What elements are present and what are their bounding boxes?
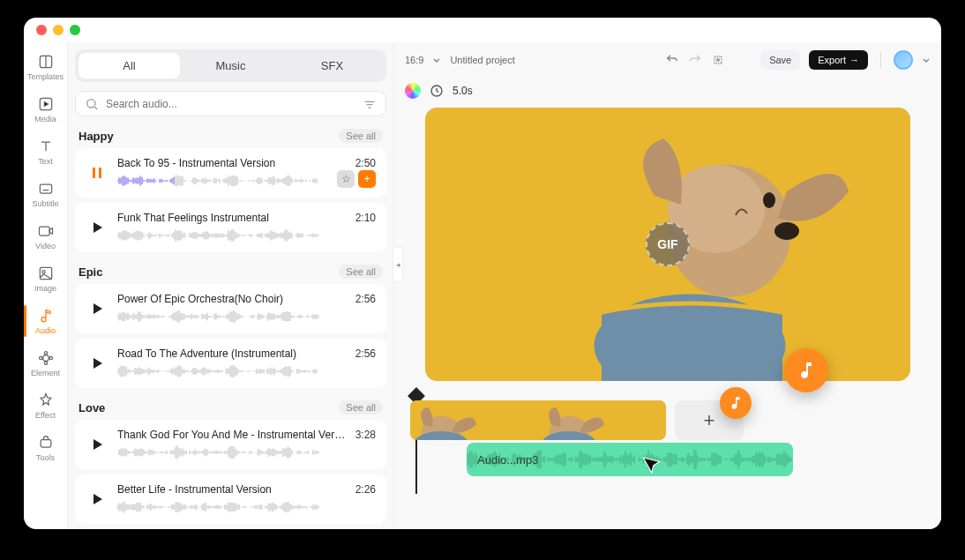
audio-track[interactable]: Thank God For You And Me - Instrumental … bbox=[75, 420, 386, 469]
search-input[interactable] bbox=[106, 98, 355, 110]
aspect-ratio[interactable]: 16:9 bbox=[405, 55, 423, 65]
svg-point-727 bbox=[763, 192, 775, 208]
svg-point-728 bbox=[774, 222, 799, 240]
svg-point-13 bbox=[49, 356, 52, 359]
play-button[interactable] bbox=[86, 352, 108, 375]
track-title: Better Life - Instrumental Version bbox=[117, 483, 272, 496]
audio-track[interactable]: Funk That Feelings Instrumental2:10 bbox=[75, 203, 386, 252]
gif-badge: GIF bbox=[646, 222, 690, 266]
track-waveform bbox=[117, 363, 376, 379]
track-duration: 2:50 bbox=[355, 157, 376, 169]
svg-point-15 bbox=[39, 356, 41, 359]
save-button[interactable]: Save bbox=[760, 50, 800, 70]
play-button[interactable] bbox=[86, 433, 108, 456]
sidebar-item-image[interactable]: Image bbox=[26, 259, 66, 298]
minimize-dot[interactable] bbox=[53, 25, 64, 35]
sidebar-item-label: Media bbox=[34, 115, 56, 123]
preview-canvas[interactable]: GIF bbox=[425, 108, 910, 381]
sidebar-item-subtitle[interactable]: Subtitle bbox=[26, 175, 66, 213]
tools-icon bbox=[37, 434, 55, 452]
audio-clip[interactable]: Audio...mp3 bbox=[467, 443, 793, 476]
collapse-panel-button[interactable]: ◂ bbox=[393, 247, 403, 282]
sidebar-item-label: Element bbox=[31, 369, 60, 377]
maximize-dot[interactable] bbox=[70, 25, 80, 35]
see-all-link[interactable]: See all bbox=[339, 265, 383, 279]
add-track-button[interactable]: + bbox=[358, 170, 376, 188]
chevron-down-icon[interactable] bbox=[922, 56, 931, 64]
sidebar-item-text[interactable]: Text bbox=[26, 132, 66, 171]
track-title: Funk That Feelings Instrumental bbox=[117, 212, 269, 224]
cursor-pointer-icon bbox=[639, 452, 666, 483]
svg-point-10 bbox=[41, 317, 46, 322]
pause-button[interactable] bbox=[86, 161, 108, 184]
svg-point-11 bbox=[42, 355, 49, 362]
audio-icon bbox=[37, 307, 55, 325]
svg-rect-22 bbox=[93, 168, 95, 178]
sidebar-item-audio[interactable]: Audio bbox=[26, 302, 66, 340]
sidebar-item-label: Audio bbox=[35, 326, 56, 335]
play-button[interactable] bbox=[86, 488, 108, 511]
export-button[interactable]: Export→ bbox=[809, 50, 868, 70]
sidebar-item-media[interactable]: Media bbox=[26, 90, 66, 129]
play-button[interactable] bbox=[86, 297, 108, 320]
filter-icon[interactable] bbox=[363, 97, 377, 111]
element-icon bbox=[37, 349, 55, 367]
track-duration: 3:28 bbox=[355, 429, 376, 441]
svg-point-14 bbox=[44, 362, 47, 364]
tab-music[interactable]: Music bbox=[180, 53, 281, 78]
sidebar-item-templates[interactable]: Templates bbox=[26, 48, 66, 86]
undo-icon[interactable] bbox=[665, 53, 679, 67]
play-button[interactable] bbox=[86, 216, 108, 239]
sidebar-item-element[interactable]: Element bbox=[26, 344, 66, 383]
tab-sfx[interactable]: SFX bbox=[281, 53, 383, 78]
track-duration: 2:10 bbox=[355, 212, 376, 224]
sidebar-item-tools[interactable]: Tools bbox=[26, 429, 66, 467]
track-duration: 2:26 bbox=[355, 483, 376, 496]
color-picker[interactable] bbox=[405, 83, 421, 99]
search-bar[interactable] bbox=[75, 91, 386, 116]
video-clip[interactable] bbox=[410, 400, 666, 440]
svg-rect-7 bbox=[39, 227, 49, 235]
audio-track[interactable]: Back To 95 - Instrumental Version2:50☆+ bbox=[75, 148, 386, 198]
tab-all[interactable]: All bbox=[79, 53, 180, 78]
favorite-icon[interactable]: ☆ bbox=[337, 170, 355, 188]
sidebar-item-label: Text bbox=[38, 157, 53, 166]
close-dot[interactable] bbox=[36, 25, 47, 35]
track-duration: 2:56 bbox=[355, 293, 376, 305]
track-waveform bbox=[117, 444, 376, 460]
audio-track[interactable]: Road To The Adventure (Instrumental)2:56 bbox=[75, 339, 386, 388]
crop-icon[interactable] bbox=[711, 53, 725, 67]
track-title: Thank God For You And Me - Instrumental … bbox=[117, 429, 348, 441]
svg-rect-714 bbox=[714, 56, 722, 63]
timeline[interactable]: + Audio...mp3 bbox=[394, 400, 941, 449]
category-title: Love bbox=[79, 401, 105, 414]
text-icon bbox=[37, 138, 55, 155]
redo-icon[interactable] bbox=[688, 53, 702, 67]
track-duration: 2:56 bbox=[355, 347, 376, 360]
media-icon bbox=[37, 95, 55, 113]
svg-rect-23 bbox=[99, 168, 101, 178]
templates-icon bbox=[37, 53, 55, 71]
svg-point-715 bbox=[717, 59, 720, 62]
svg-line-18 bbox=[94, 107, 97, 109]
audio-track[interactable]: Better Life - Instrumental Version2:26 bbox=[75, 474, 386, 524]
see-all-link[interactable]: See all bbox=[339, 129, 383, 143]
category-title: Epic bbox=[79, 265, 102, 279]
sidebar-item-effect[interactable]: Effect bbox=[26, 386, 66, 425]
track-title: Road To The Adventure (Instrumental) bbox=[117, 347, 296, 360]
project-title[interactable]: Untitled project bbox=[450, 55, 514, 65]
image-icon bbox=[37, 265, 55, 282]
audio-track[interactable]: Power Of Epic Orchestra(No Choir)2:56 bbox=[75, 284, 386, 333]
see-all-link[interactable]: See all bbox=[339, 400, 383, 414]
sidebar-item-video[interactable]: Video bbox=[26, 217, 66, 256]
svg-rect-5 bbox=[40, 184, 51, 193]
music-float-icon bbox=[784, 348, 828, 392]
chevron-down-icon bbox=[432, 56, 441, 64]
sidebar-item-label: Video bbox=[35, 242, 56, 250]
track-waveform bbox=[117, 499, 376, 515]
category-title: Happy bbox=[79, 130, 114, 143]
search-icon bbox=[85, 97, 99, 111]
svg-point-9 bbox=[41, 271, 44, 273]
svg-point-17 bbox=[87, 99, 95, 107]
avatar[interactable] bbox=[894, 50, 913, 70]
